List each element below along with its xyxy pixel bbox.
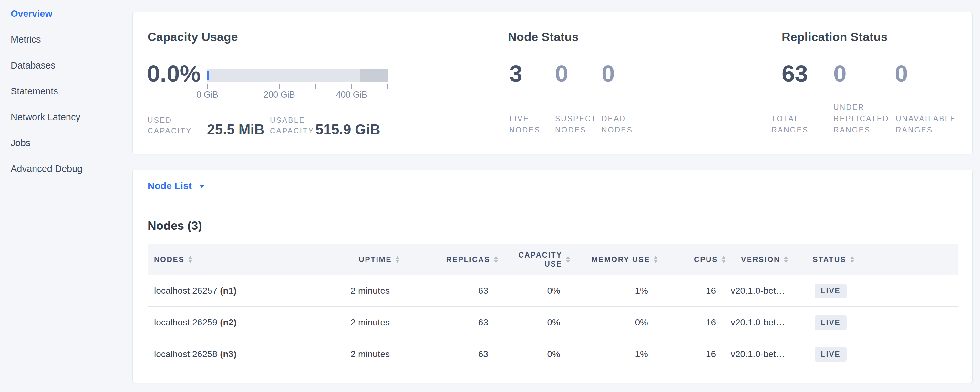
nodes-table-header: NODES UPTIME REPLICAS CAPACITY USE MEMOR… <box>148 244 958 275</box>
memory-use-cell: 1% <box>573 286 661 296</box>
suspect-nodes-label: SUSPECT NODES <box>555 113 597 136</box>
column-header-version[interactable]: VERSION <box>729 255 810 264</box>
sidebar-item-databases[interactable]: Databases <box>0 53 132 78</box>
cpus-cell: 16 <box>661 286 729 296</box>
node-status-title: Node Status <box>508 30 579 44</box>
axis-label-200gib: 200 GiB <box>264 90 295 100</box>
memory-use-cell: 0% <box>573 317 661 328</box>
version-cell: v20.1.0-bet… <box>729 286 810 296</box>
replicas-cell: 63 <box>402 317 501 328</box>
suspect-nodes-count: 0 <box>555 61 568 86</box>
cluster-overview-page: Overview Metrics Databases Statements Ne… <box>0 0 980 392</box>
used-capacity-marker <box>207 71 208 80</box>
uptime-cell: 2 minutes <box>319 286 402 296</box>
live-nodes-label: LIVE NODES <box>509 113 541 136</box>
axis-label-0gib: 0 GiB <box>196 90 218 100</box>
column-label: NODES <box>154 255 185 264</box>
under-replicated-ranges-count: 0 <box>834 61 846 86</box>
status-badge: LIVE <box>815 316 846 330</box>
node-list-card: Node List Nodes (3) NODES UPTIME REPLICA… <box>132 170 972 383</box>
column-label: MEMORY USE <box>592 255 650 264</box>
node-id: (n2) <box>220 317 236 328</box>
axis-tick <box>351 84 352 89</box>
sort-arrows-icon <box>654 256 658 263</box>
axis-tick <box>279 84 280 89</box>
node-list-dropdown-bar: Node List <box>133 170 972 201</box>
capacity-bar-other-segment <box>360 69 388 82</box>
unavailable-ranges-label: UNAVAILABLE RANGES <box>896 113 956 136</box>
sort-arrows-icon <box>494 256 498 263</box>
node-id: (n1) <box>220 286 236 296</box>
sidebar-item-network-latency[interactable]: Network Latency <box>0 104 132 130</box>
replicas-cell: 63 <box>402 349 501 359</box>
node-address-cell: localhost:26258 (n3) <box>148 338 319 370</box>
column-label: REPLICAS <box>446 255 490 264</box>
total-ranges-label: TOTAL RANGES <box>772 113 808 136</box>
sidebar-item-advanced-debug[interactable]: Advanced Debug <box>0 156 132 182</box>
column-header-status[interactable]: STATUS <box>810 255 958 264</box>
uptime-cell: 2 minutes <box>319 349 402 359</box>
capacity-axis <box>207 84 388 89</box>
column-header-nodes[interactable]: NODES <box>148 255 319 264</box>
node-list-dropdown-label: Node List <box>148 180 192 191</box>
version-cell: v20.1.0-bet… <box>729 317 810 328</box>
nodes-table: NODES UPTIME REPLICAS CAPACITY USE MEMOR… <box>148 244 958 370</box>
sidebar-item-jobs[interactable]: Jobs <box>0 130 132 156</box>
column-header-replicas[interactable]: REPLICAS <box>402 255 501 264</box>
node-address-link[interactable]: localhost:26258 <box>154 349 217 359</box>
axis-tick <box>387 84 388 89</box>
capacity-use-cell: 0% <box>501 286 573 296</box>
usable-capacity-value: 515.9 GiB <box>315 121 380 138</box>
capacity-used-percent: 0.0% <box>147 61 200 86</box>
total-ranges-count: 63 <box>782 61 808 86</box>
cpus-cell: 16 <box>661 349 729 359</box>
status-badge: LIVE <box>815 347 846 362</box>
node-address-cell: localhost:26259 (n2) <box>148 307 319 338</box>
table-row-node-2: localhost:26259 (n2) 2 minutes 63 0% 0% … <box>148 307 958 338</box>
dead-nodes-count: 0 <box>601 61 615 86</box>
sidebar-item-overview[interactable]: Overview <box>0 1 132 27</box>
used-capacity-label: USED CAPACITY <box>148 115 192 136</box>
dead-nodes-label: DEAD NODES <box>601 113 633 136</box>
capacity-usage-title: Capacity Usage <box>148 30 238 44</box>
capacity-stats: USED CAPACITY 25.5 MiB USABLE CAPACITY 5… <box>148 115 393 137</box>
capacity-use-cell: 0% <box>501 349 573 359</box>
node-address-link[interactable]: localhost:26259 <box>154 317 217 328</box>
sidebar: Overview Metrics Databases Statements Ne… <box>0 0 132 392</box>
memory-use-cell: 1% <box>573 349 661 359</box>
usable-capacity-label: USABLE CAPACITY <box>270 115 314 136</box>
version-cell: v20.1.0-bet… <box>729 349 810 359</box>
column-header-cpus[interactable]: CPUS <box>661 255 729 264</box>
status-badge: LIVE <box>815 284 846 298</box>
column-header-memory-use[interactable]: MEMORY USE <box>573 255 661 264</box>
table-row-node-1: localhost:26257 (n1) 2 minutes 63 0% 1% … <box>148 275 958 307</box>
replicas-cell: 63 <box>402 286 501 296</box>
node-address-link[interactable]: localhost:26257 <box>154 286 217 296</box>
live-nodes-count: 3 <box>509 61 522 86</box>
under-replicated-ranges-label: UNDER- REPLICATED RANGES <box>834 102 889 136</box>
sort-arrows-icon <box>850 256 854 263</box>
unavailable-ranges-count: 0 <box>895 61 908 86</box>
node-id: (n3) <box>220 349 236 359</box>
used-capacity-value: 25.5 MiB <box>207 121 265 138</box>
status-cell: LIVE <box>810 316 958 330</box>
node-list-dropdown[interactable]: Node List <box>148 170 205 201</box>
column-header-uptime[interactable]: UPTIME <box>319 255 402 264</box>
column-header-capacity-use[interactable]: CAPACITY USE <box>501 250 573 269</box>
column-label: CPUS <box>694 255 718 264</box>
column-label: UPTIME <box>359 255 392 264</box>
replication-status-title: Replication Status <box>782 30 888 44</box>
cpus-cell: 16 <box>661 317 729 328</box>
axis-tick <box>243 84 243 89</box>
axis-tick <box>315 84 316 89</box>
table-row-node-3: localhost:26258 (n3) 2 minutes 63 0% 1% … <box>148 338 958 370</box>
sort-arrows-icon <box>396 256 399 263</box>
uptime-cell: 2 minutes <box>319 317 402 328</box>
cluster-summary-card: Capacity Usage 0.0% 0 GiB 200 GiB 400 Gi… <box>132 12 972 154</box>
status-cell: LIVE <box>810 347 958 362</box>
sort-arrows-icon <box>722 256 725 263</box>
capacity-use-cell: 0% <box>501 317 573 328</box>
sort-arrows-icon <box>188 256 192 263</box>
sidebar-item-statements[interactable]: Statements <box>0 78 132 104</box>
sidebar-item-metrics[interactable]: Metrics <box>0 27 132 53</box>
